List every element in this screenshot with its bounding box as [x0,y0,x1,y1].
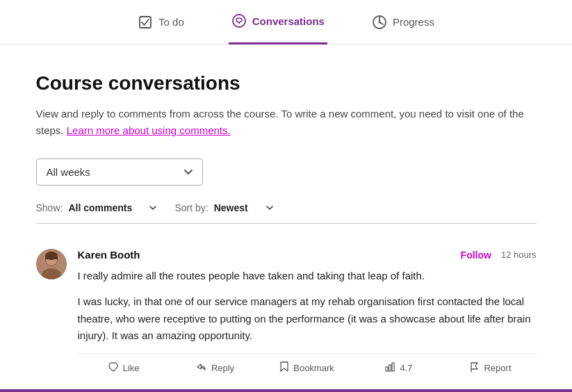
bookmark-button[interactable]: Bookmark [261,354,353,382]
show-label: Show: [36,202,63,213]
follow-button[interactable]: Follow [461,250,491,261]
svg-point-1 [233,15,245,27]
comment-meta: Follow 12 hours [461,250,537,261]
rating-value: 4.7 [400,363,412,373]
commenter-name: Karen Booth [78,249,140,261]
bookmark-label: Bookmark [293,363,334,373]
nav-conversations[interactable]: Conversations [229,0,327,44]
report-button[interactable]: Report [445,354,537,382]
svg-rect-12 [392,363,394,371]
bookmark-icon [279,361,289,375]
flag-icon [469,361,480,375]
comment-header: Karen Booth Follow 12 hours [78,249,537,261]
comment-paragraph-1: I really admire all the routes people ha… [78,268,537,285]
nav-todo[interactable]: To do [135,1,187,44]
top-navigation: To do Conversations Progress [0,0,572,44]
week-selector-wrapper: All weeks Week 1 Week 2 Week 3 Week 4 [36,158,537,186]
nav-todo-label: To do [158,16,184,28]
filter-row: Show: All comments My comments Liked com… [36,202,537,224]
svg-rect-9 [45,256,58,259]
chat-icon [231,13,247,28]
like-button[interactable]: Like [78,354,170,382]
show-select[interactable]: All comments My comments Liked comments [68,202,158,213]
avatar [36,249,67,279]
like-label: Like [123,363,140,373]
show-filter-group: Show: All comments My comments Liked com… [36,202,158,213]
nav-conversations-label: Conversations [252,15,325,27]
action-bar: Like Reply Bookmar [78,353,537,382]
svg-point-3 [378,21,380,23]
rating-icon [384,361,395,375]
comment-body: Karen Booth Follow 12 hours I really adm… [78,249,537,382]
comment-paragraph-2: I was lucky, in that one of our service … [78,293,537,345]
bottom-accent-bar [0,389,572,392]
reply-label: Reply [211,363,234,373]
page-subtitle: View and reply to comments from across t… [36,106,537,139]
nav-progress[interactable]: Progress [369,1,437,44]
learn-more-link[interactable]: Learn more about using comments. [67,124,231,136]
comment-time: 12 hours [501,250,537,260]
reply-button[interactable]: Reply [170,354,261,382]
report-label: Report [484,363,511,373]
rating-button[interactable]: 4.7 [353,354,445,382]
nav-progress-label: Progress [393,16,434,28]
page-title: Course conversations [36,72,537,95]
sort-select[interactable]: Newest Oldest Most liked [214,202,275,213]
week-selector[interactable]: All weeks Week 1 Week 2 Week 3 Week 4 [36,158,203,186]
progress-icon [372,15,387,30]
checkbox-icon [138,15,153,30]
reply-icon [196,361,207,375]
comment-card: Karen Booth Follow 12 hours I really adm… [36,238,537,392]
sort-label: Sort by: [174,202,208,213]
heart-icon [108,361,119,375]
svg-rect-11 [389,365,391,371]
main-content: Course conversations View and reply to c… [22,44,550,392]
sort-filter-group: Sort by: Newest Oldest Most liked [174,202,274,213]
svg-rect-10 [386,367,388,371]
